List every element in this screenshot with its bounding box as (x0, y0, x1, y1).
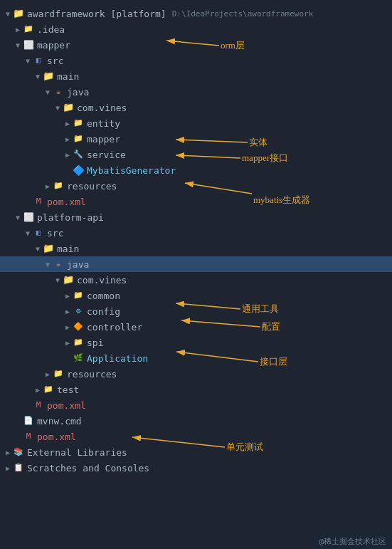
tree-row[interactable]: M pom.xml (0, 429, 392, 444)
folder-icon: 📁 (23, 23, 34, 35)
java-root-icon: ☕ (53, 258, 64, 270)
row-label: MybatisGenerator (87, 165, 176, 176)
arrow-icon[interactable]: ▼ (3, 10, 13, 18)
folder-icon: 📁 (43, 243, 54, 254)
cmd-icon: 📄 (23, 415, 34, 427)
tree-row[interactable]: ▶ 📋 Scratches and Consoles (0, 460, 392, 476)
tree-row[interactable]: ▼ ◧ src (0, 53, 392, 68)
service-icon: 🔧 (73, 149, 84, 160)
arrow-icon[interactable]: ▼ (13, 41, 23, 49)
tree-row[interactable]: ▼ 📁 com.vines (0, 100, 392, 115)
config-icon: ⚙ (73, 305, 84, 317)
module-icon: ⬜ (23, 211, 34, 223)
package-icon: 📁 (73, 337, 84, 348)
arrow-icon[interactable]: ▶ (3, 449, 13, 456)
row-label: main (57, 244, 79, 254)
tree-row[interactable]: ▼ 📁 main (0, 241, 392, 256)
row-label: pom.xml (37, 432, 76, 442)
lib-icon: 📚 (13, 446, 24, 458)
tree-row[interactable]: ▼ ⬜ mapper (0, 37, 392, 53)
row-label: .idea (37, 24, 65, 35)
tree-row[interactable]: ▼ 📁 awardframework [platform] D:\IdeaPro… (0, 6, 392, 21)
arrow-icon[interactable]: ▶ (33, 386, 43, 394)
java-root-icon: ☕ (53, 86, 64, 98)
tree-row[interactable]: ▶ 📁 common (0, 288, 392, 303)
row-label: java (67, 87, 89, 98)
tree-row[interactable]: ▶ 📁 .idea (0, 21, 392, 37)
row-label: controller (87, 322, 142, 333)
tree-row[interactable]: ▼ 📁 com.vines (0, 272, 392, 288)
tree-row[interactable]: ▼ ⬜ platform-api (0, 209, 392, 225)
row-label: main (57, 71, 79, 82)
row-label: entity (87, 118, 120, 129)
row-label: Scratches and Consoles (27, 463, 149, 474)
tree-row[interactable]: ▶ 📁 entity (0, 115, 392, 131)
package-icon: 📁 (73, 133, 84, 145)
package-icon: 📁 (73, 117, 84, 129)
package-icon: 📁 (63, 102, 74, 113)
resources-icon: 📁 (53, 368, 64, 380)
arrow-icon[interactable]: ▼ (13, 214, 23, 221)
row-label: common (87, 291, 120, 301)
arrow-icon[interactable]: ▶ (63, 135, 73, 143)
tree-row[interactable]: 📄 mvnw.cmd (0, 413, 392, 429)
arrow-icon[interactable]: ▶ (13, 26, 23, 33)
tree-row[interactable]: ▼ ☕ java (0, 256, 392, 272)
tree-row[interactable]: M pom.xml (0, 397, 392, 413)
row-label: External Libraries (27, 447, 127, 458)
row-label: resources (67, 369, 117, 380)
tree-row[interactable]: ▶ 📁 spi (0, 335, 392, 350)
tree-row[interactable]: ▼ ☕ java (0, 84, 392, 100)
arrow-icon[interactable]: ▼ (33, 245, 43, 253)
scratch-icon: 📋 (13, 462, 24, 474)
arrow-icon[interactable]: ▶ (63, 339, 73, 347)
arrow-icon[interactable]: ▶ (43, 182, 53, 190)
package-icon: 📁 (73, 290, 84, 301)
arrow-icon[interactable]: ▼ (23, 229, 33, 237)
row-label: src (47, 56, 63, 66)
tree-row[interactable]: ▶ 📁 resources (0, 178, 392, 194)
spring-icon: 🌿 (73, 352, 84, 364)
src-icon: ◧ (33, 55, 44, 66)
tree-row[interactable]: ▶ 🔧 service (0, 147, 392, 162)
row-label: config (87, 306, 120, 317)
arrow-icon[interactable]: ▼ (33, 73, 43, 80)
arrow-icon[interactable]: ▶ (3, 464, 13, 472)
arrow-icon[interactable]: ▼ (23, 57, 33, 65)
resources-icon: 📁 (53, 180, 64, 192)
row-label: test (57, 385, 79, 395)
src-icon: ◧ (33, 227, 44, 239)
tree-row[interactable]: 🌿 Application (0, 350, 392, 366)
row-label: resources (67, 181, 117, 192)
row-label: Application (87, 353, 148, 364)
tree-row[interactable]: ▶ 📚 External Libraries (0, 444, 392, 460)
tree-row[interactable]: ▶ 🔶 controller (0, 319, 392, 335)
row-label: platform-api (37, 212, 104, 223)
arrow-icon[interactable]: ▶ (43, 370, 53, 378)
row-label: awardframework [platform] (27, 9, 166, 19)
tree-row[interactable]: ▶ 📁 test (0, 382, 392, 397)
row-label: service (87, 150, 126, 160)
tree-row[interactable]: ▼ ◧ src (0, 225, 392, 241)
arrow-icon[interactable]: ▼ (53, 104, 63, 112)
tree-row[interactable]: ▶ 📁 mapper (0, 131, 392, 147)
tree-row[interactable]: 🔷 MybatisGenerator (0, 162, 392, 178)
arrow-icon[interactable]: ▶ (63, 323, 73, 331)
tree-row[interactable]: M pom.xml (0, 194, 392, 209)
arrow-icon[interactable]: ▶ (63, 120, 73, 127)
arrow-icon[interactable]: ▶ (63, 308, 73, 315)
module-icon: ⬜ (23, 39, 34, 51)
arrow-icon[interactable]: ▼ (43, 88, 53, 96)
pom-icon: M (33, 399, 44, 411)
row-label: src (47, 228, 63, 239)
tree-row[interactable]: ▶ ⚙ config (0, 303, 392, 319)
arrow-icon[interactable]: ▼ (53, 276, 63, 284)
arrow-icon[interactable]: ▼ (43, 261, 53, 268)
tree-row[interactable]: ▶ 📁 resources (0, 366, 392, 382)
arrow-icon[interactable]: ▶ (63, 151, 73, 159)
mybatis-icon: 🔷 (73, 164, 84, 176)
tree-row[interactable]: ▼ 📁 main (0, 68, 392, 84)
package-icon: 📁 (63, 274, 74, 286)
arrow-icon[interactable]: ▶ (63, 292, 73, 300)
pom-icon: M (23, 431, 34, 442)
